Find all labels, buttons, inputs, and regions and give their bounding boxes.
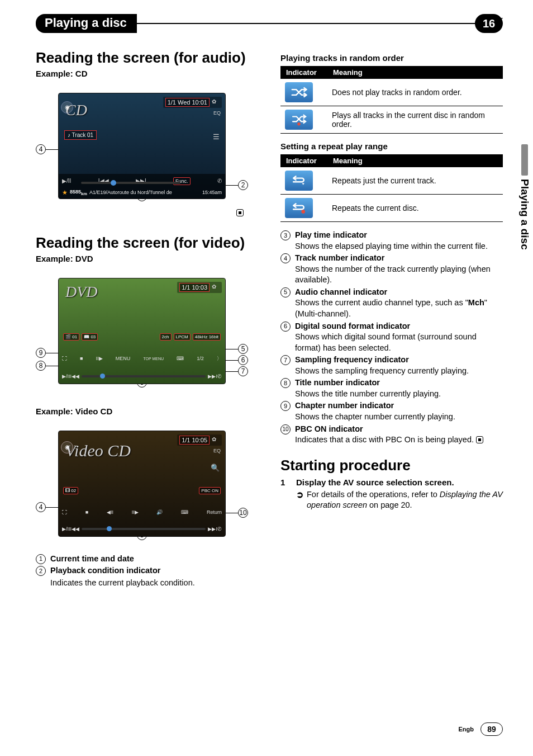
eq-label: EQ [213, 110, 221, 116]
item6-title: Digital sound format indicator [295, 322, 410, 330]
random-heading: Playing tracks in random order [280, 53, 503, 63]
repeat-heading: Setting a repeat play range [280, 141, 503, 151]
disc-icon: ◉ [61, 441, 73, 453]
item3-desc: Shows the elapsed playing time within th… [295, 242, 488, 251]
gear-icon: ✿ [212, 284, 220, 291]
th-indicator: Indicator [280, 66, 327, 79]
nav-time: 15:45am [202, 190, 222, 195]
ch-badge: 2ch [160, 333, 172, 341]
slow-icon: II▶ [96, 356, 103, 361]
th-indicator: Indicator [280, 154, 327, 167]
item9-title: Chapter number indicator [295, 401, 394, 410]
cd-device-screen: CD ◉ 1/1 Wed 10:01 ✿ EQ ☰ ♪ Track 01 ▶/I… [58, 93, 226, 199]
next-icon: ▶▶I [208, 526, 217, 532]
play-pause-icon: ▶/II [62, 374, 70, 379]
chapter-badge: 📖 03 [82, 333, 98, 341]
keypad-icon: ⌨ [177, 356, 184, 361]
phone-icon: ✆ [217, 178, 222, 184]
gear-icon: ✿ [212, 98, 220, 106]
random-on-meaning: Plays all tracks in the current disc in … [327, 106, 503, 134]
dvd-screenshot-area: 1 9 8 5 6 7 3 DVD 1/1 10:03 ✿ [36, 278, 248, 384]
audio-icon: 🔊 [156, 509, 163, 515]
khz-badge: 48kHz 16bit [193, 333, 221, 341]
end-of-section-icon [236, 208, 244, 217]
chapter-header-bar: Playing a disc 16 [36, 14, 503, 33]
list-icon: ☰ [213, 133, 220, 141]
legend-num-2: 2 [36, 566, 46, 576]
search-icon: 🔍 [211, 464, 220, 472]
example-cd-label: Example: CD [36, 69, 258, 78]
table-row: Plays all tracks in the current disc in … [280, 106, 503, 134]
item8-desc: Shows the title number currently playing… [295, 389, 441, 398]
item9-desc: Shows the chapter number currently playi… [295, 412, 455, 421]
random-table: Indicator Meaning Does not play tracks i… [280, 66, 503, 134]
legend-num-1: 1 [36, 554, 46, 564]
seek-bar [81, 182, 180, 184]
heading-reading-audio: Reading the screen (for audio) [36, 50, 258, 67]
keypad-icon: ⌨ [181, 509, 188, 515]
eq-label: EQ [213, 448, 221, 453]
prev-icon: I◀◀ [70, 374, 80, 379]
example-dvd-label: Example: DVD [36, 254, 258, 263]
rev-slow-icon: ◀II [107, 509, 113, 515]
vcd-screenshot-area: 1 4 10 3 Video CD ◉ 1/1 10:05 ✿ EQ 🔍 [36, 431, 248, 537]
next-icon: ▶▶I [208, 374, 217, 379]
disc-icon: ◉ [61, 101, 73, 114]
footer-page-number: 89 [480, 722, 503, 736]
item10-title: PBC ON indicator [295, 424, 363, 433]
legend-2-desc: Indicates the current playback condition… [36, 578, 258, 589]
table-row: Repeats just the current track. [280, 167, 503, 195]
stop-icon: ■ [85, 509, 88, 515]
callout-6: 6 [238, 355, 248, 365]
repeat-disc-meaning: Repeats the current disc. [327, 195, 503, 222]
step-text: Display the AV source selection screen. [296, 478, 454, 487]
star-icon: ★ [62, 189, 68, 196]
random-off-meaning: Does not play tracks in random order. [327, 79, 503, 106]
dvd-device-screen: DVD 1/1 10:03 ✿ 🎬 01 📖 03 2ch LPCM 48kHz… [58, 278, 226, 384]
menu-button: MENU [116, 356, 131, 361]
svg-point-0 [297, 122, 301, 126]
item6-desc: Shows which digital sound format (surrou… [295, 332, 477, 352]
page-count: 1/2 [197, 356, 204, 361]
cd-screenshot-area: 1 4 2 3 CD ◉ 1/1 Wed 10:01 ✿ EQ ☰ [36, 93, 248, 199]
track-badge: 🎞 02 [63, 487, 78, 494]
slow-icon: II▶ [132, 509, 139, 515]
legend-list-left: 1Current time and date 2Playback conditi… [36, 554, 258, 577]
title-badge: 🎬 01 [63, 333, 79, 341]
chapter-number-oval: 16 [475, 14, 503, 33]
callout-4-vcd: 4 [36, 502, 46, 512]
legend-1-title: Current time and date [50, 554, 134, 563]
heading-reading-video: Reading the screen (for video) [36, 235, 258, 252]
screen-logo-dvd: DVD [65, 283, 98, 301]
callout-7: 7 [238, 366, 248, 376]
end-of-section-icon [476, 436, 483, 443]
shuffle-on-icon [285, 110, 313, 130]
page-footer: Engb 89 [459, 722, 503, 736]
item7-title: Sampling frequency indicator [295, 355, 409, 364]
nav-distance: 8585km [70, 189, 87, 196]
item8-title: Title number indicator [295, 378, 380, 387]
item5-desc: Shows the current audio channel type, su… [295, 298, 487, 318]
gear-icon: ✿ [212, 436, 220, 444]
shuffle-off-icon [285, 82, 313, 102]
stop-icon: ■ [80, 356, 83, 361]
phone-icon: ✆ [217, 526, 222, 532]
footer-language: Engb [459, 726, 474, 733]
callout-5: 5 [238, 344, 248, 354]
phone-icon: ✆ [217, 374, 222, 379]
track-indicator: ♪ Track 01 [64, 130, 97, 140]
repeat-track-icon [285, 171, 313, 191]
repeat-table: Indicator Meaning Repeats just the curre… [280, 154, 503, 222]
play-pause-icon: ▶/II [62, 526, 70, 532]
clock-indicator: 1/1 Wed 10:01 [165, 98, 210, 107]
format-badge: LPCM [174, 333, 191, 341]
topmenu-button: TOP MENU [143, 357, 164, 361]
reference-line: ➲ For details of the operations, refer t… [280, 489, 503, 511]
svg-point-1 [301, 210, 305, 214]
item7-desc: Shows the sampling frequency currently p… [295, 366, 469, 375]
callout-9: 9 [36, 348, 46, 358]
callout-10: 10 [238, 508, 248, 518]
callout-4: 4 [36, 144, 46, 154]
clock-indicator-dvd: 1/1 10:03 [179, 283, 210, 292]
callout-8: 8 [36, 361, 46, 371]
